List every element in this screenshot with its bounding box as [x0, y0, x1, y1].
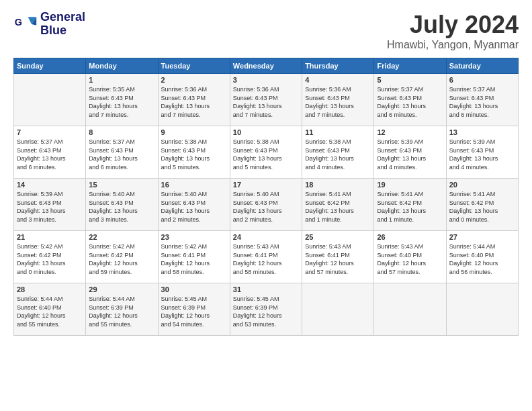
calendar-cell: 23Sunrise: 5:42 AM Sunset: 6:41 PM Dayli… [158, 231, 230, 283]
day-number: 16 [161, 181, 227, 189]
logo-line1: General [40, 11, 85, 24]
calendar-table: SundayMondayTuesdayWednesdayThursdayFrid… [13, 58, 519, 336]
calendar-cell: 6Sunrise: 5:37 AM Sunset: 6:43 PM Daylig… [446, 74, 518, 126]
week-row-4: 21Sunrise: 5:42 AM Sunset: 6:42 PM Dayli… [14, 231, 519, 283]
cell-info: Sunrise: 5:42 AM Sunset: 6:41 PM Dayligh… [161, 242, 227, 276]
calendar-cell: 2Sunrise: 5:36 AM Sunset: 6:43 PM Daylig… [158, 74, 230, 126]
cell-info: Sunrise: 5:44 AM Sunset: 6:40 PM Dayligh… [17, 295, 83, 328]
calendar-cell: 27Sunrise: 5:44 AM Sunset: 6:40 PM Dayli… [446, 231, 518, 283]
calendar-cell: 10Sunrise: 5:38 AM Sunset: 6:43 PM Dayli… [230, 126, 302, 179]
day-number: 14 [17, 181, 83, 189]
day-number: 3 [233, 76, 299, 84]
calendar-cell: 31Sunrise: 5:45 AM Sunset: 6:39 PM Dayli… [230, 283, 302, 336]
calendar-cell: 14Sunrise: 5:39 AM Sunset: 6:43 PM Dayli… [14, 179, 86, 231]
day-number: 24 [233, 233, 299, 241]
calendar-cell [14, 74, 86, 126]
calendar-cell: 9Sunrise: 5:38 AM Sunset: 6:43 PM Daylig… [158, 126, 230, 179]
title-block: July 2024 Hmawbi, Yangon, Myanmar [387, 11, 519, 51]
svg-text:G: G [15, 17, 22, 28]
day-number: 31 [233, 285, 299, 293]
day-number: 5 [377, 76, 443, 84]
calendar-cell: 22Sunrise: 5:42 AM Sunset: 6:42 PM Dayli… [86, 231, 158, 283]
week-row-3: 14Sunrise: 5:39 AM Sunset: 6:43 PM Dayli… [14, 179, 519, 231]
day-number: 17 [233, 181, 299, 189]
day-number: 26 [377, 233, 443, 241]
cell-info: Sunrise: 5:41 AM Sunset: 6:42 PM Dayligh… [377, 190, 443, 224]
day-number: 21 [17, 233, 83, 241]
calendar-cell: 24Sunrise: 5:43 AM Sunset: 6:41 PM Dayli… [230, 231, 302, 283]
header-row: SundayMondayTuesdayWednesdayThursdayFrid… [14, 58, 519, 74]
calendar-cell [302, 283, 374, 336]
cell-info: Sunrise: 5:40 AM Sunset: 6:43 PM Dayligh… [161, 190, 227, 224]
cell-info: Sunrise: 5:37 AM Sunset: 6:43 PM Dayligh… [17, 138, 83, 171]
col-header-thursday: Thursday [302, 58, 374, 74]
calendar-cell [446, 283, 518, 336]
cell-info: Sunrise: 5:43 AM Sunset: 6:40 PM Dayligh… [377, 242, 443, 276]
day-number: 22 [89, 233, 154, 241]
day-number: 15 [89, 181, 154, 189]
day-number: 29 [89, 285, 154, 293]
cell-info: Sunrise: 5:36 AM Sunset: 6:43 PM Dayligh… [305, 85, 371, 119]
header: G General Blue July 2024 Hmawbi, Yangon,… [13, 11, 519, 51]
day-number: 4 [305, 76, 371, 84]
calendar-cell: 3Sunrise: 5:36 AM Sunset: 6:43 PM Daylig… [230, 74, 302, 126]
day-number: 9 [161, 128, 227, 136]
cell-info: Sunrise: 5:38 AM Sunset: 6:43 PM Dayligh… [233, 138, 299, 171]
calendar-cell: 5Sunrise: 5:37 AM Sunset: 6:43 PM Daylig… [374, 74, 446, 126]
cell-info: Sunrise: 5:40 AM Sunset: 6:43 PM Dayligh… [89, 190, 154, 224]
calendar-cell: 13Sunrise: 5:39 AM Sunset: 6:43 PM Dayli… [446, 126, 518, 179]
cell-info: Sunrise: 5:42 AM Sunset: 6:42 PM Dayligh… [89, 242, 154, 276]
cell-info: Sunrise: 5:38 AM Sunset: 6:43 PM Dayligh… [305, 138, 371, 171]
cell-info: Sunrise: 5:44 AM Sunset: 6:40 PM Dayligh… [449, 242, 515, 276]
cell-info: Sunrise: 5:44 AM Sunset: 6:39 PM Dayligh… [89, 295, 154, 328]
cell-info: Sunrise: 5:41 AM Sunset: 6:42 PM Dayligh… [305, 190, 371, 224]
logo-icon: G [13, 12, 38, 36]
calendar-cell: 30Sunrise: 5:45 AM Sunset: 6:39 PM Dayli… [158, 283, 230, 336]
day-number: 10 [233, 128, 299, 136]
calendar-cell: 7Sunrise: 5:37 AM Sunset: 6:43 PM Daylig… [14, 126, 86, 179]
day-number: 27 [449, 233, 515, 241]
col-header-sunday: Sunday [14, 58, 86, 74]
col-header-wednesday: Wednesday [230, 58, 302, 74]
week-row-1: 1Sunrise: 5:35 AM Sunset: 6:43 PM Daylig… [14, 74, 519, 126]
day-number: 20 [449, 181, 515, 189]
calendar-cell: 16Sunrise: 5:40 AM Sunset: 6:43 PM Dayli… [158, 179, 230, 231]
day-number: 23 [161, 233, 227, 241]
calendar-cell: 4Sunrise: 5:36 AM Sunset: 6:43 PM Daylig… [302, 74, 374, 126]
cell-info: Sunrise: 5:36 AM Sunset: 6:43 PM Dayligh… [233, 85, 299, 119]
day-number: 8 [89, 128, 154, 136]
cell-info: Sunrise: 5:41 AM Sunset: 6:42 PM Dayligh… [449, 190, 515, 224]
calendar-cell: 25Sunrise: 5:43 AM Sunset: 6:41 PM Dayli… [302, 231, 374, 283]
calendar-cell: 17Sunrise: 5:40 AM Sunset: 6:43 PM Dayli… [230, 179, 302, 231]
day-number: 2 [161, 76, 227, 84]
day-number: 11 [305, 128, 371, 136]
cell-info: Sunrise: 5:39 AM Sunset: 6:43 PM Dayligh… [377, 138, 443, 171]
month-title: July 2024 [387, 11, 519, 39]
col-header-tuesday: Tuesday [158, 58, 230, 74]
calendar-cell: 1Sunrise: 5:35 AM Sunset: 6:43 PM Daylig… [86, 74, 158, 126]
cell-info: Sunrise: 5:35 AM Sunset: 6:43 PM Dayligh… [89, 85, 154, 119]
page: G General Blue July 2024 Hmawbi, Yangon,… [0, 0, 532, 411]
calendar-cell: 19Sunrise: 5:41 AM Sunset: 6:42 PM Dayli… [374, 179, 446, 231]
week-row-2: 7Sunrise: 5:37 AM Sunset: 6:43 PM Daylig… [14, 126, 519, 179]
calendar-cell: 26Sunrise: 5:43 AM Sunset: 6:40 PM Dayli… [374, 231, 446, 283]
cell-info: Sunrise: 5:45 AM Sunset: 6:39 PM Dayligh… [233, 295, 299, 328]
cell-info: Sunrise: 5:40 AM Sunset: 6:43 PM Dayligh… [233, 190, 299, 224]
day-number: 18 [305, 181, 371, 189]
calendar-cell: 29Sunrise: 5:44 AM Sunset: 6:39 PM Dayli… [86, 283, 158, 336]
cell-info: Sunrise: 5:37 AM Sunset: 6:43 PM Dayligh… [377, 85, 443, 119]
day-number: 19 [377, 181, 443, 189]
calendar-cell: 11Sunrise: 5:38 AM Sunset: 6:43 PM Dayli… [302, 126, 374, 179]
cell-info: Sunrise: 5:38 AM Sunset: 6:43 PM Dayligh… [161, 138, 227, 171]
calendar-cell: 20Sunrise: 5:41 AM Sunset: 6:42 PM Dayli… [446, 179, 518, 231]
cell-info: Sunrise: 5:43 AM Sunset: 6:41 PM Dayligh… [233, 242, 299, 276]
day-number: 25 [305, 233, 371, 241]
calendar-cell [374, 283, 446, 336]
cell-info: Sunrise: 5:45 AM Sunset: 6:39 PM Dayligh… [161, 295, 227, 328]
cell-info: Sunrise: 5:39 AM Sunset: 6:43 PM Dayligh… [449, 138, 515, 171]
day-number: 7 [17, 128, 83, 136]
cell-info: Sunrise: 5:37 AM Sunset: 6:43 PM Dayligh… [449, 85, 515, 119]
day-number: 28 [17, 285, 83, 293]
cell-info: Sunrise: 5:42 AM Sunset: 6:42 PM Dayligh… [17, 242, 83, 276]
cell-info: Sunrise: 5:36 AM Sunset: 6:43 PM Dayligh… [161, 85, 227, 119]
